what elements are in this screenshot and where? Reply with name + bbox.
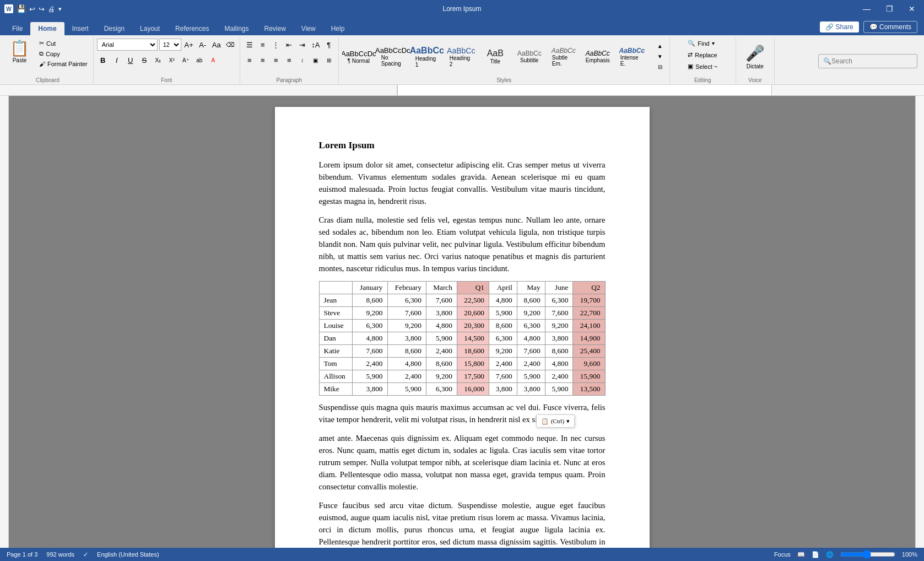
font-color-button[interactable]: A: [207, 54, 219, 66]
style-subtle-em[interactable]: AaBbCc Subtle Em.: [547, 41, 580, 73]
align-center-button[interactable]: ≡: [257, 54, 269, 66]
cell-name: Dan: [319, 332, 353, 345]
web-layout-icon[interactable]: 🌐: [826, 551, 834, 558]
dictate-label: Dictate: [747, 63, 764, 69]
decrease-indent-button[interactable]: ⇤: [283, 39, 295, 51]
minimize-button[interactable]: —: [858, 3, 875, 14]
tab-file[interactable]: File: [4, 22, 30, 35]
font-size-select[interactable]: 12: [159, 39, 181, 51]
undo-icon[interactable]: ↩: [29, 5, 35, 13]
style-intense-em[interactable]: AaBbCc Intense E.: [615, 41, 649, 73]
cell-feb: 6,300: [387, 294, 426, 307]
paragraph-4[interactable]: amet ante. Maecenas quis dignissim ex. A…: [319, 432, 606, 493]
tab-home[interactable]: Home: [30, 22, 64, 35]
subscript-button[interactable]: X₂: [152, 54, 164, 66]
increase-font-button[interactable]: A+: [183, 39, 195, 51]
numbering-button[interactable]: ≡: [257, 39, 269, 51]
increase-indent-button[interactable]: ⇥: [296, 39, 309, 51]
save-icon[interactable]: 💾: [17, 4, 26, 13]
zoom-slider[interactable]: [840, 550, 895, 559]
paragraph-5[interactable]: Fusce faucibus sed arcu vitae dictum. Su…: [319, 499, 606, 548]
bold-button[interactable]: B: [97, 54, 109, 66]
change-case-button[interactable]: Aa: [210, 39, 223, 51]
style-normal[interactable]: AaBbCcDc ¶ Normal: [342, 41, 375, 73]
cell-q2: 22,700: [573, 307, 605, 320]
sort-button[interactable]: ↕A: [310, 39, 322, 51]
right-ruler: [915, 96, 924, 548]
tab-design[interactable]: Design: [96, 22, 132, 35]
focus-button[interactable]: Focus: [774, 551, 791, 558]
clear-format-button[interactable]: ⌫: [224, 39, 236, 51]
read-mode-icon[interactable]: 📖: [797, 551, 805, 558]
tab-mailings[interactable]: Mailings: [217, 22, 256, 35]
borders-button[interactable]: ⊞: [323, 54, 335, 66]
justify-button[interactable]: ≡: [283, 54, 295, 66]
find-button[interactable]: 🔍 Find ▾: [685, 39, 716, 48]
underline-button[interactable]: U: [125, 54, 137, 66]
search-bar[interactable]: 🔍: [818, 54, 917, 68]
style-title[interactable]: AaB Title: [479, 41, 512, 73]
tab-help[interactable]: Help: [323, 22, 353, 35]
tab-references[interactable]: References: [167, 22, 217, 35]
styles-expand[interactable]: ⊟: [654, 62, 666, 72]
tab-layout[interactable]: Layout: [132, 22, 167, 35]
bullets-button[interactable]: ☰: [244, 39, 256, 51]
dictate-button[interactable]: 🎤: [745, 44, 765, 62]
cell-may: 8,600: [517, 294, 545, 307]
cut-button[interactable]: ✂ Cut: [37, 39, 90, 48]
strikethrough-button[interactable]: S: [138, 54, 150, 66]
style-emphasis[interactable]: AaBbCc Emphasis: [581, 41, 614, 73]
comments-button[interactable]: 💬 Comments: [863, 21, 917, 33]
line-spacing-button[interactable]: ↕: [296, 54, 309, 66]
align-left-button[interactable]: ≡: [244, 54, 256, 66]
paragraph-1[interactable]: Lorem ipsum dolor sit amet, consectetur …: [319, 159, 606, 207]
format-painter-button[interactable]: 🖌 Format Painter: [37, 60, 90, 68]
select-button[interactable]: ▣ Select ~: [685, 62, 720, 71]
style-intense-em-preview: AaBbCc: [619, 47, 645, 55]
redo-icon[interactable]: ↪: [39, 5, 45, 13]
align-right-button[interactable]: ≡: [270, 54, 282, 66]
multilevel-button[interactable]: ⋮: [270, 39, 282, 51]
styles-scroll-up[interactable]: ▲: [654, 41, 666, 51]
customize-icon[interactable]: ▾: [58, 6, 62, 13]
copy-button[interactable]: ⧉ Copy: [37, 49, 90, 58]
superscript-button[interactable]: X²: [166, 54, 178, 66]
tab-review[interactable]: Review: [256, 22, 293, 35]
ctrl-popup[interactable]: 📋 (Ctrl) ▾: [536, 414, 575, 428]
paste-icon: 📋: [10, 41, 29, 56]
style-no-spacing[interactable]: AaBbCcDc No Spacing: [376, 41, 409, 73]
tab-view[interactable]: View: [294, 22, 323, 35]
paste-button[interactable]: 📋 Paste: [6, 39, 34, 66]
italic-button[interactable]: I: [111, 54, 123, 66]
page: Lorem Ipsum Lorem ipsum dolor sit amet, …: [275, 107, 650, 548]
style-subtitle[interactable]: AaBbCc Subtitle: [513, 41, 546, 73]
close-button[interactable]: ✕: [904, 3, 920, 14]
cell-jun: 3,800: [545, 332, 573, 345]
font-name-select[interactable]: Arial: [97, 39, 158, 51]
style-heading1[interactable]: AaBbCc Heading 1: [410, 41, 444, 73]
show-hide-button[interactable]: ¶: [323, 39, 335, 51]
tab-insert[interactable]: Insert: [64, 22, 96, 35]
replace-button[interactable]: ⇄ Replace: [685, 50, 719, 60]
print-layout-icon[interactable]: 📄: [812, 551, 819, 558]
style-strong[interactable]: AaBbCcD Strong: [650, 41, 651, 73]
decrease-font-button[interactable]: A-: [197, 39, 209, 51]
share-button[interactable]: 🔗 Share: [820, 21, 859, 33]
replace-icon: ⇄: [688, 51, 693, 58]
text-effect-button[interactable]: A⁺: [180, 54, 192, 66]
paragraph-3[interactable]: Suspendisse quis magna quis mauris maxim…: [319, 401, 606, 425]
restore-button[interactable]: ❐: [882, 3, 898, 14]
paragraph-2[interactable]: Cras diam nulla, molestie sed felis vel,…: [319, 214, 606, 274]
cell-feb: 4,800: [387, 358, 426, 370]
shading-button[interactable]: ▣: [310, 54, 322, 66]
style-heading2[interactable]: AaBbCc Heading 2: [445, 41, 478, 73]
cell-apr: 4,800: [489, 294, 517, 307]
paste-options-icon: 📋: [541, 417, 549, 426]
styles-scroll-down[interactable]: ▼: [654, 51, 666, 62]
voice-group: 🎤 Dictate Voice: [736, 37, 775, 84]
highlight-button[interactable]: ab: [193, 54, 206, 66]
search-input[interactable]: [831, 57, 912, 65]
print-icon[interactable]: 🖨: [48, 5, 55, 13]
ribbon: 📋 Paste ✂ Cut ⧉ Copy 🖌 Format Painter Cl…: [0, 35, 924, 85]
style-emphasis-preview: AaBbCc: [586, 50, 610, 57]
